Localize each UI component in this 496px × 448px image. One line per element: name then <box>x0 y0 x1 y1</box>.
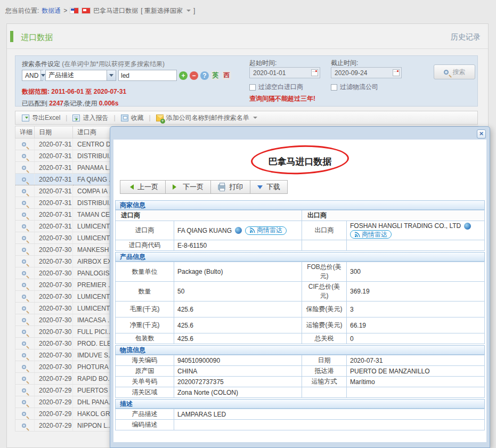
search-button[interactable]: 搜索 <box>434 64 475 79</box>
import-flag-icon <box>82 7 91 14</box>
previous-page-button[interactable]: 上一页 <box>120 180 166 194</box>
row-date: 2020-07-30 <box>35 279 73 291</box>
filter-blank-importer-option: 过滤空白进口商 <box>249 83 303 92</box>
field-value: 0 <box>347 333 485 344</box>
field-label: 编码描述 <box>116 420 174 430</box>
section-description: 描述 <box>115 399 485 409</box>
magnifier-icon[interactable] <box>22 236 26 240</box>
magnifier-icon[interactable] <box>22 412 26 416</box>
close-icon[interactable]: × <box>477 129 486 139</box>
dialog-body: 巴拿马进口数据 上一页 下一页 打印 下载 商家信息 <box>113 140 486 442</box>
filter-logistics-checkbox[interactable] <box>331 84 337 91</box>
magnifier-icon[interactable] <box>22 330 26 334</box>
column-header-detail[interactable]: 详细 <box>15 126 35 139</box>
magnifier-icon[interactable] <box>22 377 26 381</box>
detail-row: 包装数425.6总关税0 <box>116 333 485 344</box>
remove-condition-button[interactable]: − <box>190 71 198 80</box>
importer-value-cell: FA QIANG KUANG 商情雷达 <box>174 221 302 240</box>
detail-row: 原产国CHINA抵达港PUERTO DE MANZANILLO <box>116 366 485 377</box>
magnifier-icon[interactable] <box>22 423 26 428</box>
importer-label: 进口商 <box>116 221 174 240</box>
data-range-text: 数据范围: 2011-06-01 至 2020-07-31 <box>22 87 126 96</box>
exporter-name: FOSHAN HANGLI TRADING CO., LTD <box>350 222 461 230</box>
english-toggle-button[interactable]: 英 <box>211 71 220 80</box>
detail-row: 关单号码2020072737375运输方式Marítimo <box>116 377 485 387</box>
magnifier-icon[interactable] <box>22 248 26 252</box>
magnifier-icon[interactable] <box>22 365 26 369</box>
add-condition-button[interactable]: + <box>179 71 188 80</box>
calendar-icon[interactable] <box>393 69 400 76</box>
field-value: 2020072737375 <box>174 377 302 387</box>
radar-icon <box>249 227 255 233</box>
magnifier-icon[interactable] <box>22 142 26 146</box>
row-date: 2020-07-31 <box>35 174 73 185</box>
boolean-operator-select[interactable]: AND <box>22 70 43 81</box>
row-date: 2020-07-31 <box>35 209 73 221</box>
field-label: 运输费(美元) <box>302 317 347 333</box>
globe-icon[interactable] <box>464 223 471 230</box>
field-value: 425.6 <box>174 333 302 344</box>
detail-row: 海关编码940510900090日期2020-07-31 <box>116 355 485 366</box>
start-date-label: 起始时间: <box>249 59 277 68</box>
importer-radar-link[interactable]: 商情雷达 <box>245 226 287 235</box>
magnifier-icon[interactable] <box>22 224 26 229</box>
panel-header: 进口数据 历史记录 <box>7 24 488 49</box>
field-value: Package (Bulto) <box>174 262 302 282</box>
search-field-select[interactable]: 产品描述 <box>45 70 116 81</box>
magnifier-icon[interactable] <box>22 400 26 404</box>
magnifier-icon[interactable] <box>22 271 26 275</box>
magnifier-icon[interactable] <box>22 189 26 193</box>
globe-icon[interactable] <box>235 227 242 234</box>
download-button[interactable]: 下载 <box>250 180 288 194</box>
start-date-input[interactable]: 2020-01-01 <box>249 67 320 78</box>
product-table: 数量单位Package (Bulto)FOB总价(美元)300数量50CIF总价… <box>115 262 485 344</box>
favorite-button[interactable]: 收藏 <box>119 113 146 123</box>
magnifier-icon[interactable] <box>22 201 26 205</box>
export-excel-button[interactable]: 导出Excel <box>20 113 62 123</box>
history-link[interactable]: 历史记录 <box>451 32 481 42</box>
magnifier-icon[interactable] <box>22 177 26 182</box>
search-hint: (在单词中加*用以获得更多搜索结果) <box>62 60 165 68</box>
exporter-radar-link[interactable]: 商情雷达 <box>350 230 392 239</box>
row-date: 2020-07-29 <box>35 396 73 408</box>
next-page-button[interactable]: 下一页 <box>165 180 211 194</box>
breadcrumb-home-link[interactable]: 数据通 <box>42 6 61 15</box>
record-detail-dialog: × 巴拿马进口数据 上一页 下一页 打印 下载 商家信息 <box>110 126 490 448</box>
magnifier-icon[interactable] <box>22 318 26 322</box>
print-button[interactable]: 打印 <box>210 180 250 194</box>
keyword-input[interactable] <box>118 70 177 81</box>
magnifier-icon[interactable] <box>22 213 26 217</box>
spanish-toggle-button[interactable]: 西 <box>222 71 231 80</box>
magnifier-icon[interactable] <box>22 295 26 299</box>
magnifier-icon[interactable] <box>22 353 26 357</box>
detail-row: 编码描述 <box>116 420 485 430</box>
add-to-mail-list-button[interactable]: 添加公司名称到邮件搜索名单 <box>154 113 259 123</box>
row-date: 2020-07-31 <box>35 162 73 174</box>
magnifier-icon[interactable] <box>22 166 26 170</box>
enter-report-button[interactable]: 进入报告 <box>70 113 110 123</box>
magnifier-icon[interactable] <box>22 259 26 264</box>
end-date-input[interactable]: 2020-09-24 <box>331 67 402 78</box>
magnifier-icon[interactable] <box>22 283 26 287</box>
magnifier-icon[interactable] <box>22 154 26 158</box>
magnifier-icon[interactable] <box>22 388 26 393</box>
chevron-down-icon[interactable] <box>186 10 191 14</box>
chevron-down-icon <box>253 117 257 121</box>
field-value: 425.6 <box>174 317 302 333</box>
arrow-left-icon <box>127 184 134 190</box>
help-button[interactable]: ? <box>200 71 209 80</box>
row-date: 2020-07-30 <box>35 314 73 326</box>
section-product-info: 产品信息 <box>115 252 485 262</box>
filter-blank-importer-checkbox[interactable] <box>249 84 256 91</box>
magnifier-icon[interactable] <box>22 306 26 311</box>
arrow-down-icon <box>257 185 263 192</box>
end-date-label: 截止时间: <box>331 59 358 68</box>
row-date: 2020-07-31 <box>35 221 73 232</box>
column-header-date[interactable]: 日期 <box>35 126 73 139</box>
calendar-icon[interactable] <box>311 69 318 76</box>
row-date: 2020-07-30 <box>35 232 73 244</box>
section-merchant-info: 商家信息 <box>115 200 485 210</box>
magnifier-icon[interactable] <box>22 341 26 346</box>
reselect-country-link[interactable]: [ 重新选择国家 <box>141 6 183 15</box>
detail-row: 产品描述LAMPARAS LED <box>116 409 485 420</box>
